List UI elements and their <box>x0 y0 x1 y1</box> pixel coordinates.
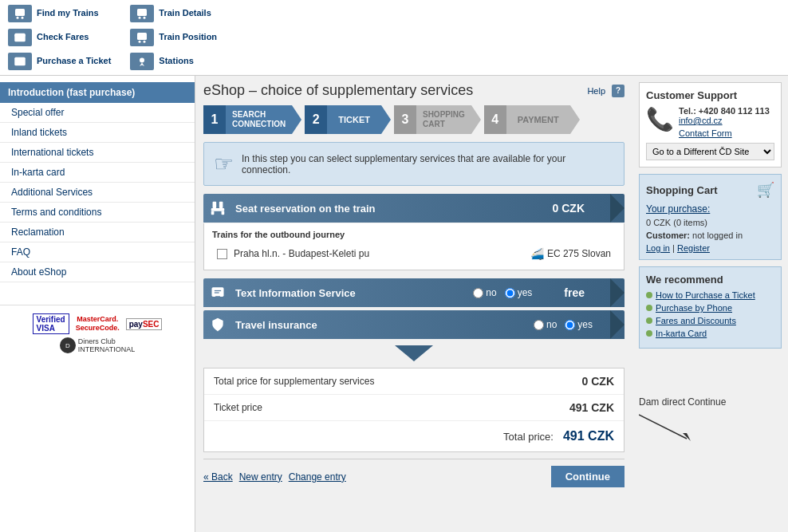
recommend-link-2[interactable]: Purchase by Phone <box>656 303 732 313</box>
text-info-header: Text Information Service no yes free <box>203 278 624 307</box>
svg-point-2 <box>22 17 24 19</box>
svg-rect-20 <box>212 287 224 297</box>
travel-insurance-arrow <box>610 310 624 339</box>
sms-icon <box>203 278 232 307</box>
top-navigation: Find my Trains Train Details Check Fares… <box>0 0 788 76</box>
svg-rect-11 <box>14 57 26 66</box>
svg-rect-6 <box>14 33 26 42</box>
text-info-radio-yes[interactable]: yes <box>505 287 533 298</box>
sidebar-item-international-tickets[interactable]: International tickets <box>0 143 195 163</box>
check-fares-icon <box>8 29 32 46</box>
train-details-nav[interactable]: Train Details <box>128 3 219 24</box>
step-4-arrow <box>570 105 580 134</box>
svg-rect-16 <box>219 202 223 208</box>
step-2-label: TICKET <box>327 105 381 134</box>
svg-rect-19 <box>222 211 225 215</box>
bottom-navigation: « Back New entry Change entry Continue <box>203 459 624 494</box>
svg-rect-17 <box>211 208 225 211</box>
total-price-label: Total price: <box>503 431 554 443</box>
sidebar-item-reclamation[interactable]: Reclamation <box>0 223 195 242</box>
help-button[interactable]: ? <box>612 85 624 97</box>
info-hand-icon: ☞ <box>214 151 234 177</box>
sidebar-item-about-eshop[interactable]: About eShop <box>0 262 195 282</box>
sidebar-item-in-karta-card[interactable]: In-karta card <box>0 163 195 183</box>
recommend-link-1[interactable]: How to Purchase a Ticket <box>656 290 755 300</box>
svg-rect-8 <box>137 33 147 40</box>
step-2[interactable]: 2 TICKET <box>305 105 391 134</box>
help-link[interactable]: Help <box>587 86 605 96</box>
seat-reservation-arrow <box>610 194 624 223</box>
travel-insurance-radio-no[interactable]: no <box>534 319 557 330</box>
text-info-radio-no[interactable]: no <box>473 287 496 298</box>
continue-button[interactable]: Continue <box>551 466 624 487</box>
svg-rect-3 <box>137 9 147 16</box>
train-position-nav[interactable]: Train Position <box>128 27 219 48</box>
stations-nav[interactable]: Stations <box>128 51 219 72</box>
check-fares-nav[interactable]: Check Fares <box>6 27 112 48</box>
find-my-trains-label: Find my Trains <box>37 8 99 18</box>
step-4-num: 4 <box>484 105 506 134</box>
seat-reservation-title: Seat reservation on the train <box>232 203 553 215</box>
steps-bar: 1 SEARCHCONNECTION 2 TICKET 3 SHOPPINGCA… <box>203 105 624 134</box>
seat-icon <box>203 194 232 223</box>
train-checkbox[interactable] <box>217 249 227 259</box>
text-info-section: Text Information Service no yes free <box>203 278 624 307</box>
sidebar-item-special-offer[interactable]: Special offer <box>0 103 195 123</box>
login-link[interactable]: Log in <box>646 243 670 253</box>
visa-badge: VerifiedVISA <box>33 313 69 334</box>
contact-form-link[interactable]: Contact Form <box>679 128 770 138</box>
recommend-item-3: Fares and Discounts <box>646 316 774 325</box>
recommend-link-3[interactable]: Fares and Discounts <box>656 316 736 325</box>
customer-support-title: Customer Support <box>646 89 774 101</box>
down-arrow-icon <box>395 345 433 361</box>
stations-icon <box>130 53 154 70</box>
find-my-trains-nav[interactable]: Find my Trains <box>6 3 112 24</box>
sidebar-menu: Introduction (fast purchase) Special off… <box>0 76 195 289</box>
cart-items-info: 0 CZK (0 items) <box>646 218 774 227</box>
step-1[interactable]: 1 SEARCHCONNECTION <box>203 105 301 134</box>
site-selector[interactable]: Go to a Different ČD Site <box>646 143 774 160</box>
paysec-badge: paySEC <box>126 318 163 330</box>
mastercard-badge: MasterCard.SecureCode. <box>76 315 120 333</box>
step-3-label: SHOPPINGCART <box>416 105 471 134</box>
sidebar-item-faq[interactable]: FAQ <box>0 242 195 262</box>
step-3[interactable]: 3 SHOPPINGCART <box>394 105 481 134</box>
svg-point-10 <box>144 41 146 43</box>
train-route: Praha hl.n. - Budapest-Keleti pu <box>234 248 369 259</box>
info-box: ☞ In this step you can select supplement… <box>203 142 624 186</box>
train-position-label: Train Position <box>159 32 217 42</box>
travel-insurance-radio-yes[interactable]: yes <box>565 319 593 330</box>
step-1-arrow <box>292 105 301 134</box>
support-email[interactable]: info@cd.cz <box>679 116 723 125</box>
svg-point-14 <box>140 58 144 63</box>
travel-insurance-section: Travel insurance no yes <box>203 310 624 339</box>
back-link[interactable]: « Back <box>203 471 233 483</box>
your-purchase-link[interactable]: Your purchase: <box>646 203 710 215</box>
supplementary-price-value: 0 CZK <box>582 375 614 388</box>
step-3-arrow <box>471 105 481 134</box>
price-summary: Total price for supplementary services 0… <box>203 368 624 452</box>
sidebar-item-terms[interactable]: Terms and conditions <box>0 203 195 223</box>
sidebar: Introduction (fast purchase) Special off… <box>0 76 195 532</box>
travel-insurance-title: Travel insurance <box>232 319 534 331</box>
recommend-link-4[interactable]: In-karta Card <box>656 329 707 338</box>
register-link[interactable]: Register <box>677 243 710 253</box>
seat-reservation-body: Trains for the outbound journey Praha hl… <box>203 223 624 270</box>
travel-insurance-header: Travel insurance no yes <box>203 310 624 339</box>
dam-note-text: Dam direct Continue <box>639 396 726 408</box>
purchase-ticket-nav[interactable]: Purchase a Ticket <box>6 51 112 72</box>
total-price-row: Total price: 491 CZK <box>204 421 624 451</box>
step-4[interactable]: 4 PAYMENT <box>484 105 580 134</box>
sidebar-item-inland-tickets[interactable]: Inland tickets <box>0 123 195 143</box>
supplementary-price-label: Total price for supplementary services <box>214 376 374 387</box>
main-content: eShop – choice of supplementary services… <box>195 76 632 532</box>
change-entry-link[interactable]: Change entry <box>289 471 346 483</box>
outbound-journey-title: Trains for the outbound journey <box>212 230 616 239</box>
new-entry-link[interactable]: New entry <box>239 471 282 483</box>
sidebar-item-additional-services[interactable]: Additional Services <box>0 183 195 203</box>
down-arrow-container <box>203 345 624 361</box>
svg-rect-18 <box>211 211 215 215</box>
insurance-icon <box>203 310 232 339</box>
text-info-title: Text Information Service <box>232 287 473 299</box>
customer-support-box: Customer Support 📞 Tel.: +420 840 112 11… <box>639 82 782 167</box>
